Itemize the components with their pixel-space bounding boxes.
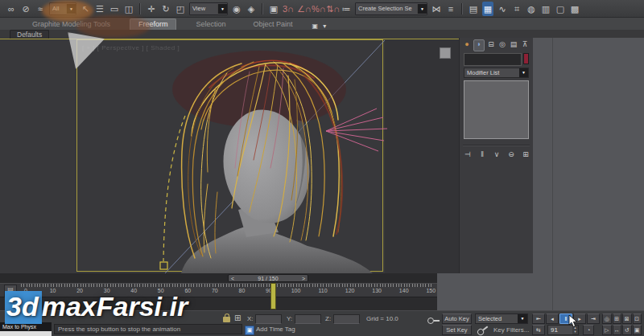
percent-snap-toggle-icon[interactable]: %∩ <box>312 2 323 16</box>
ruler-ticks <box>21 284 434 287</box>
layer-explorer-icon[interactable]: ▤ <box>468 2 479 16</box>
orbit-icon[interactable]: ↺ <box>622 325 632 335</box>
chevron-down-icon[interactable]: ▼ <box>217 4 227 14</box>
command-panel: ●◗⊟◎▤⊼ Modifier List ▼ ⊣‖∨⊖⊞ <box>459 38 533 275</box>
render-production-icon[interactable]: ▩ <box>569 2 580 16</box>
time-configuration-button[interactable]: ◔ <box>583 325 594 335</box>
edit-named-selection-sets-icon[interactable]: ≔ <box>341 2 352 16</box>
set-keys-key-icon[interactable] <box>427 317 440 324</box>
time-slider-prev-arrow[interactable]: < <box>231 276 234 281</box>
y-coordinate-field[interactable] <box>295 314 321 324</box>
motion-tab-icon[interactable]: ◎ <box>497 39 507 50</box>
command-panel-tabs: ●◗⊟◎▤⊼ <box>462 39 530 51</box>
viewcube-placeholder[interactable] <box>440 47 451 59</box>
viewport-nav-row2: ▷↔↺▣ <box>602 325 642 335</box>
time-slider-track[interactable]: < 91 / 150 > <box>0 273 437 283</box>
modify-tab-icon[interactable]: ◗ <box>473 39 485 51</box>
object-color-swatch[interactable] <box>523 53 529 64</box>
configure-modifier-sets-icon[interactable]: ⊞ <box>521 150 530 160</box>
align-icon[interactable]: ≡ <box>445 2 456 16</box>
selection-lock-icon[interactable] <box>223 317 230 322</box>
display-tab-icon[interactable]: ▤ <box>509 39 518 50</box>
select-by-name-icon[interactable]: ☰ <box>94 2 105 16</box>
perspective-viewport[interactable]: [ + ] [ Perspective ] [ Shaded ] <box>0 39 459 273</box>
chevron-down-icon[interactable]: ▼ <box>519 68 528 77</box>
add-time-tag-icon[interactable]: ▣ <box>245 326 254 335</box>
current-frame-marker[interactable] <box>270 283 276 309</box>
zoom-all-icon[interactable]: ⊞ <box>613 313 622 324</box>
make-unique-icon[interactable]: ∨ <box>492 150 502 160</box>
rectangular-selection-region-icon[interactable]: ▭ <box>109 2 120 16</box>
panel-seam <box>552 38 553 310</box>
key-scope-dropdown[interactable]: Selected ▼ <box>475 313 528 324</box>
key-filters-button[interactable]: Key Filters... <box>493 326 529 334</box>
hierarchy-tab-icon[interactable]: ⊟ <box>486 39 496 50</box>
pin-stack-icon[interactable]: ⊣ <box>463 150 473 160</box>
spinner-snap-toggle-icon[interactable]: ⇅∩ <box>326 2 337 16</box>
select-and-manipulate-icon[interactable]: ◈ <box>246 2 257 16</box>
schematic-view-icon[interactable]: ⌗ <box>511 2 522 16</box>
graphite-ribbon-toggle-icon[interactable]: ▦ <box>482 2 493 16</box>
zoom-region-icon[interactable]: ▷ <box>602 325 612 335</box>
tab-object-paint[interactable]: Object Paint <box>245 19 300 30</box>
window-crossing-toggle-icon[interactable]: ◫ <box>123 2 134 16</box>
spline-vertex-handle[interactable] <box>160 262 167 269</box>
mirror-icon[interactable]: ⋈ <box>431 2 442 16</box>
ruler-tick-label: 120 <box>345 288 355 293</box>
show-end-result-icon[interactable]: ‖ <box>477 150 487 160</box>
unlink-selection-icon[interactable]: ⊘ <box>20 2 31 16</box>
object-name-row <box>464 53 529 66</box>
tab-defaults[interactable]: Defaults <box>10 30 49 39</box>
rendered-frame-window-icon[interactable]: ▢ <box>555 2 566 16</box>
chevron-down-icon[interactable]: ▼ <box>518 314 527 323</box>
select-and-link-icon[interactable]: ∞ <box>6 2 17 16</box>
set-key-key-icon[interactable] <box>476 323 489 336</box>
pan-view-icon[interactable]: ↔ <box>613 325 622 335</box>
z-coordinate-field[interactable] <box>333 314 360 324</box>
ruler-tick-label: 130 <box>372 288 382 293</box>
reference-coordinate-system-dropdown[interactable]: View▼ <box>189 2 228 15</box>
absolute-mode-icon[interactable]: ⊞ <box>234 313 241 322</box>
tab-selection[interactable]: Selection <box>188 19 233 30</box>
zoom-icon[interactable]: ◎ <box>602 313 612 324</box>
go-to-start-button[interactable]: ⇤ <box>532 313 545 324</box>
zoom-extents-all-icon[interactable]: ⊡ <box>633 313 642 324</box>
go-to-end-button[interactable]: ⇥ <box>587 313 600 324</box>
modifier-stack[interactable] <box>464 80 529 139</box>
angle-snap-toggle-icon[interactable]: ∠∩ <box>297 2 308 16</box>
empty-panel-area <box>533 38 644 310</box>
x-coordinate-field[interactable] <box>255 314 282 324</box>
use-pivot-point-center-icon[interactable]: ◉ <box>231 2 242 16</box>
keyboard-shortcut-override-toggle-icon[interactable]: ▣ <box>268 2 279 16</box>
object-name-field[interactable] <box>464 53 522 66</box>
select-and-scale-icon[interactable]: ◰ <box>175 2 186 16</box>
curve-editor-icon[interactable]: ∿ <box>497 2 508 16</box>
set-key-button[interactable]: Set Key <box>442 325 472 335</box>
named-selection-set-dropdown[interactable]: Create Selection Se▼ <box>355 2 427 15</box>
ruler-tick-label: 150 <box>426 288 436 293</box>
material-editor-icon[interactable]: ◍ <box>526 2 537 16</box>
ribbon-overflow-icon[interactable]: ▣ ▾ <box>312 23 328 30</box>
max-to-physx-window[interactable]: Max to Physx <box>0 322 52 336</box>
select-and-rotate-icon[interactable]: ↻ <box>160 2 171 16</box>
time-slider-button[interactable]: < 91 / 150 > <box>228 274 308 282</box>
key-mode-toggle[interactable]: ⇆ <box>532 325 545 335</box>
maximize-viewport-toggle-icon[interactable]: ▣ <box>633 325 642 335</box>
z-label: Z: <box>325 315 331 322</box>
render-setup-icon[interactable]: ▥ <box>540 2 551 16</box>
snaps-toggle-3d-icon[interactable]: 3∩ <box>283 2 294 16</box>
y-label: Y: <box>287 315 292 322</box>
remove-modifier-icon[interactable]: ⊖ <box>506 150 516 160</box>
previous-frame-button[interactable]: ◂ <box>546 313 559 324</box>
modifier-list-dropdown[interactable]: Modifier List ▼ <box>464 68 529 78</box>
add-time-tag-label[interactable]: Add Time Tag <box>256 326 295 333</box>
max-to-physx-body <box>0 331 52 336</box>
auto-key-button[interactable]: Auto Key <box>442 313 472 324</box>
time-slider-next-arrow[interactable]: > <box>302 276 305 281</box>
zoom-extents-icon[interactable]: ⊠ <box>622 313 632 324</box>
utilities-tab-icon[interactable]: ⊼ <box>520 39 530 50</box>
chevron-down-icon[interactable]: ▼ <box>417 4 427 14</box>
create-tab-icon[interactable]: ● <box>462 39 472 50</box>
main-toolbar: ∞⊘≈All▼↖☰▭◫✛↻◰View▼◉◈▣3∩∠∩%∩⇅∩≔Create Se… <box>0 0 644 18</box>
select-and-move-icon[interactable]: ✛ <box>146 2 157 16</box>
